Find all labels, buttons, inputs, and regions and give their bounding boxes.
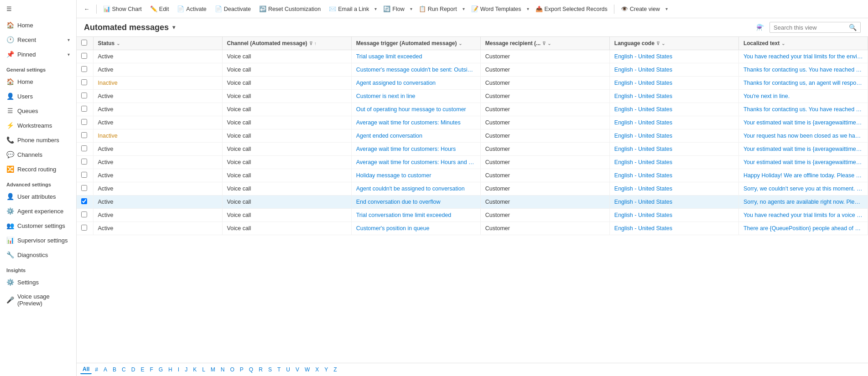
flow-button[interactable]: 🔄 Flow [379,4,408,14]
status-sort-icon[interactable]: ⌄ [116,41,120,46]
activate-button[interactable]: 📄 Activate [173,4,210,14]
alpha-btn-r[interactable]: R [256,366,265,374]
show-chart-button[interactable]: 📊 Show Chart [99,4,146,14]
row-checkbox[interactable] [81,53,87,59]
language-link[interactable]: English - United States [614,172,672,179]
language-link[interactable]: English - United States [614,185,672,192]
row-checkbox[interactable] [81,211,87,217]
email-link-arrow[interactable]: ▾ [373,5,379,13]
row-checkbox[interactable] [81,93,87,98]
localized-sort-icon[interactable]: ⌄ [781,41,785,46]
alpha-btn-z[interactable]: Z [331,366,339,374]
alpha-btn-l[interactable]: L [200,366,208,374]
alpha-btn-j[interactable]: J [182,366,190,374]
alpha-btn-#[interactable]: # [93,366,100,374]
table-row[interactable]: Active Voice call Trial usage limit exce… [77,50,868,63]
row-checkbox-cell[interactable] [77,182,93,196]
create-view-button[interactable]: 👁️ Create view [617,4,664,14]
language-cell[interactable]: English - United States [609,90,738,103]
word-templates-button[interactable]: 📝 Word Templates [468,4,525,14]
alpha-btn-x[interactable]: X [313,366,321,374]
row-checkbox-cell[interactable] [77,143,93,156]
language-cell[interactable]: English - United States [609,169,738,182]
back-button[interactable]: ← [80,4,94,14]
alpha-btn-p[interactable]: P [238,366,246,374]
trigger-cell[interactable]: Holiday message to customer [351,169,480,182]
alpha-btn-b[interactable]: B [110,366,119,374]
language-cell[interactable]: English - United States [609,209,738,222]
trigger-cell[interactable]: Customer's message couldn't be sent: Out… [351,63,480,77]
trigger-cell[interactable]: Customer is next in line [351,90,480,103]
table-row[interactable]: Active Voice call Customer is next in li… [77,90,868,103]
export-selected-button[interactable]: 📤 Export Selected Records [532,4,611,14]
language-link[interactable]: English - United States [614,53,672,60]
row-checkbox-cell[interactable] [77,196,93,209]
row-checkbox-cell[interactable] [77,77,93,90]
sidebar-item-user-attributes[interactable]: 👤 User attributes [0,189,76,204]
alpha-btn-w[interactable]: W [302,366,312,374]
language-link[interactable]: English - United States [614,67,672,73]
row-checkbox[interactable] [81,159,87,165]
trigger-cell[interactable]: Out of operating hour message to custome… [351,103,480,116]
trigger-cell[interactable]: Trial usage limit exceeded [351,50,480,63]
trigger-cell[interactable]: Average wait time for customers: Minutes [351,116,480,129]
row-checkbox-cell[interactable] [77,209,93,222]
row-checkbox-cell[interactable] [77,129,93,143]
sidebar-item-voice-usage[interactable]: 🎤 Voice usage (Preview) [0,289,76,310]
alpha-btn-t[interactable]: T [275,366,283,374]
table-row[interactable]: Inactive Voice call Agent ended conversa… [77,129,868,143]
alpha-btn-v[interactable]: V [293,366,301,374]
alpha-btn-d[interactable]: D [129,366,138,374]
trigger-cell[interactable]: Average wait time for customers: Hours [351,143,480,156]
alpha-btn-i[interactable]: I [176,366,182,374]
sidebar-item-supervisor-settings[interactable]: 📊 Supervisor settings [0,233,76,247]
trigger-cell[interactable]: Trial conversation time limit exceeded [351,209,480,222]
email-link-button[interactable]: ✉️ Email a Link [325,4,373,14]
alpha-btn-q[interactable]: Q [247,366,255,374]
run-report-button[interactable]: 📋 Run Report [415,4,461,14]
language-link[interactable]: English - United States [614,106,672,113]
table-row[interactable]: Active Voice call Average wait time for … [77,116,868,129]
row-checkbox[interactable] [81,198,87,204]
alpha-btn-s[interactable]: S [266,366,274,374]
row-checkbox-cell[interactable] [77,63,93,77]
select-all-checkbox[interactable] [81,40,87,46]
language-link[interactable]: English - United States [614,225,672,232]
alpha-btn-k[interactable]: K [191,366,199,374]
row-checkbox-cell[interactable] [77,50,93,63]
alpha-btn-g[interactable]: G [156,366,165,374]
alpha-btn-all[interactable]: All [80,365,92,374]
trigger-sort-icon[interactable]: ⌄ [458,41,462,46]
alpha-btn-u[interactable]: U [284,366,292,374]
row-checkbox-cell[interactable] [77,103,93,116]
search-input[interactable] [774,24,847,31]
language-link[interactable]: English - United States [614,80,672,86]
trigger-cell[interactable]: Customer's position in queue [351,222,480,235]
language-cell[interactable]: English - United States [609,222,738,235]
sidebar-item-workstreams[interactable]: ⚡ Workstreams [0,118,76,133]
edit-button[interactable]: ✏️ Edit [146,4,173,14]
trigger-cell[interactable]: End conversation due to overflow [351,196,480,209]
hamburger-menu[interactable]: ☰ [0,0,76,18]
sidebar-item-customer-settings[interactable]: 👥 Customer settings [0,218,76,233]
sidebar-item-recent[interactable]: 🕐 Recent ▾ [0,32,76,47]
alpha-btn-a[interactable]: A [101,366,109,374]
alpha-btn-h[interactable]: H [166,366,175,374]
select-all-header[interactable] [77,37,93,50]
sidebar-item-agent-experience[interactable]: ⚙️ Agent experience [0,204,76,218]
language-cell[interactable]: English - United States [609,143,738,156]
deactivate-button[interactable]: 📄 Deactivate [211,4,255,14]
table-row[interactable]: Active Voice call Trial conversation tim… [77,209,868,222]
table-row[interactable]: Active Voice call Out of operating hour … [77,103,868,116]
row-checkbox[interactable] [81,145,87,151]
language-cell[interactable]: English - United States [609,103,738,116]
language-link[interactable]: English - United States [614,119,672,126]
language-cell[interactable]: English - United States [609,116,738,129]
recipient-filter-icon[interactable]: ⊽ [542,41,546,46]
language-cell[interactable]: English - United States [609,77,738,90]
language-cell[interactable]: English - United States [609,182,738,196]
sidebar-item-settings[interactable]: ⚙️ Settings [0,275,76,289]
row-checkbox-cell[interactable] [77,116,93,129]
row-checkbox[interactable] [81,79,87,85]
run-report-arrow[interactable]: ▾ [461,5,467,13]
